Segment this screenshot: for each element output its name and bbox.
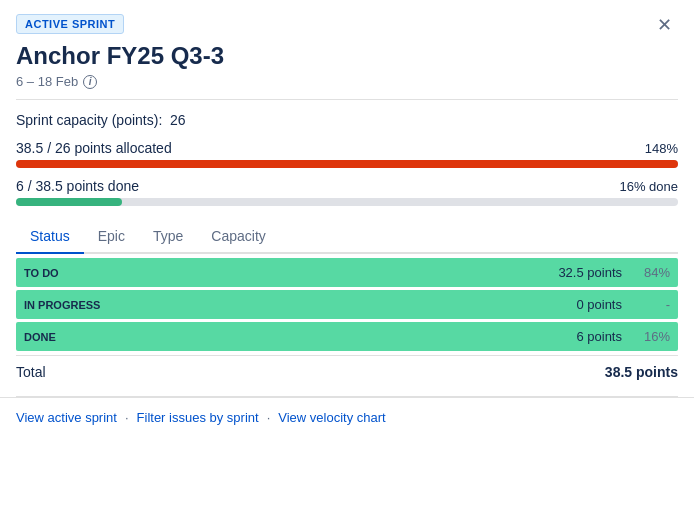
todo-points: 32.5 points (558, 265, 622, 280)
active-sprint-badge: ACTIVE SPRINT (16, 14, 124, 34)
footer-sep-1: · (125, 410, 129, 425)
footer: View active sprint · Filter issues by sp… (0, 397, 694, 437)
total-value: 38.5 points (605, 364, 678, 380)
sprint-panel: ACTIVE SPRINT Anchor FY25 Q3-3 6 – 18 Fe… (0, 0, 694, 437)
main-content: Sprint capacity (points): 26 38.5 / 26 p… (0, 100, 694, 396)
footer-link-active-sprint[interactable]: View active sprint (16, 410, 117, 425)
footer-sep-2: · (267, 410, 271, 425)
total-row: Total 38.5 points (16, 355, 678, 384)
tab-epic[interactable]: Epic (84, 220, 139, 254)
allocated-progress-row: 38.5 / 26 points allocated 148% (16, 140, 678, 168)
done-pct: 16% done (619, 179, 678, 194)
inprogress-label: IN PROGRESS (24, 299, 100, 311)
done-progress-row: 6 / 38.5 points done 16% done (16, 178, 678, 206)
done-label-row: 6 / 38.5 points done 16% done (16, 178, 678, 194)
done-bar-fill (16, 198, 122, 206)
tab-type[interactable]: Type (139, 220, 197, 254)
allocated-text: 38.5 / 26 points allocated (16, 140, 172, 156)
allocated-pct: 148% (645, 141, 678, 156)
done-pct-val: 16% (642, 329, 670, 344)
done-label-row: DONE (24, 331, 56, 343)
info-icon[interactable]: i (83, 75, 97, 89)
tab-capacity[interactable]: Capacity (197, 220, 279, 254)
header-left: ACTIVE SPRINT Anchor FY25 Q3-3 6 – 18 Fe… (16, 14, 224, 89)
status-row-inprogress: IN PROGRESS 0 points - (16, 290, 678, 319)
done-text: 6 / 38.5 points done (16, 178, 139, 194)
footer-link-velocity[interactable]: View velocity chart (278, 410, 385, 425)
done-points: 6 points (576, 329, 622, 344)
inprogress-pct: - (642, 297, 670, 312)
todo-label: TO DO (24, 267, 59, 279)
panel-header: ACTIVE SPRINT Anchor FY25 Q3-3 6 – 18 Fe… (0, 0, 694, 99)
tab-bar: Status Epic Type Capacity (16, 220, 678, 254)
close-button[interactable]: ✕ (651, 14, 678, 36)
todo-pct: 84% (642, 265, 670, 280)
footer-link-filter[interactable]: Filter issues by sprint (137, 410, 259, 425)
capacity-label: Sprint capacity (points): 26 (16, 112, 678, 128)
status-table: TO DO 32.5 points 84% IN PROGRESS 0 poin… (16, 258, 678, 384)
allocated-bar-bg (16, 160, 678, 168)
allocated-label-row: 38.5 / 26 points allocated 148% (16, 140, 678, 156)
status-row-done: DONE 6 points 16% (16, 322, 678, 351)
done-bar-bg (16, 198, 678, 206)
status-row-todo: TO DO 32.5 points 84% (16, 258, 678, 287)
sprint-dates: 6 – 18 Feb i (16, 74, 224, 89)
allocated-bar-fill (16, 160, 678, 168)
total-label: Total (16, 364, 46, 380)
inprogress-points: 0 points (576, 297, 622, 312)
sprint-title: Anchor FY25 Q3-3 (16, 42, 224, 70)
tab-status[interactable]: Status (16, 220, 84, 254)
